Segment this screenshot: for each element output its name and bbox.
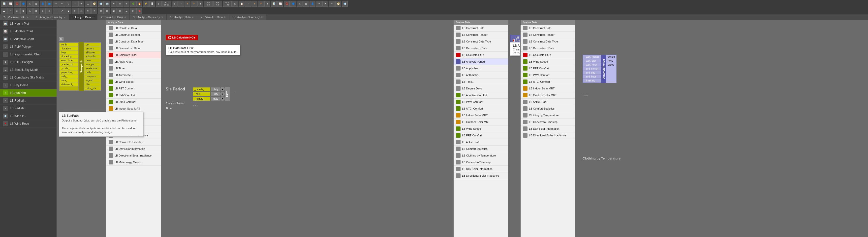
- comp-day-solar[interactable]: LB Day Solar Information: [106, 146, 161, 152]
- sunpath-input-statement[interactable]: statement_: [60, 82, 79, 86]
- ra-input-timestep[interactable]: _timestep_: [583, 79, 601, 83]
- tab-2[interactable]: :: Analyze Data +: [69, 15, 97, 20]
- tab-1[interactable]: 3 :: Analyze Geometry ×: [32, 15, 69, 20]
- toolbar-icon-18[interactable]: ☂: [111, 1, 117, 7]
- sidebar-item-monthly-chart[interactable]: 📈 LB Monthly Chart: [0, 28, 57, 35]
- toolbar-icon-28[interactable]: →: [178, 1, 184, 7]
- toolbar-icon-41[interactable]: 📊: [271, 1, 277, 7]
- comp-pet-comfort[interactable]: LB PET Comfort: [106, 85, 161, 92]
- data-icon[interactable]: 10 0000 00: [162, 1, 171, 7]
- sunpath-out-out[interactable]: out: [84, 43, 101, 47]
- toolbar2-18[interactable]: ▣: [111, 8, 117, 14]
- sunpath-out-title[interactable]: title: [84, 82, 101, 86]
- comp-construct-header[interactable]: LB Construct Header: [106, 31, 161, 38]
- comp3-utci[interactable]: LB UTCI Comfort: [521, 79, 575, 85]
- tab-5[interactable]: 1 :: Analyze Data ×: [167, 15, 197, 20]
- comp-construct-datatype[interactable]: LB Construct Data Type: [106, 38, 161, 45]
- comp3-construct-data[interactable]: LB Construct Data: [521, 25, 575, 31]
- toolbar-icon-16[interactable]: 💨: [98, 1, 104, 7]
- comp3-day[interactable]: LB Day Solar Information: [521, 126, 575, 132]
- sunpath-out-compass[interactable]: compass: [84, 75, 101, 79]
- comp3-indoor[interactable]: LB Indoor Solar MRT: [521, 85, 575, 92]
- toolbar-icon-17[interactable]: 🏢: [104, 1, 110, 7]
- comp2-day-solar[interactable]: LB Day Solar Information: [454, 166, 508, 173]
- sunpath-out-analemma[interactable]: analemma: [84, 67, 101, 71]
- comp2-comfort-stats[interactable]: LB Comfort Statistics: [454, 146, 508, 152]
- sunpath-input-location[interactable]: _location: [60, 47, 79, 51]
- tab-1-close[interactable]: ×: [64, 16, 65, 19]
- toolbar-icon-47[interactable]: 👤: [310, 1, 315, 7]
- comp2-calculate-hoy[interactable]: LB Calculate HOY: [454, 52, 508, 58]
- sidebar-item-wind-rose[interactable]: 🌹 LB Wind Rose: [0, 120, 57, 128]
- comp3-header[interactable]: LB Construct Header: [521, 31, 575, 38]
- comp-construct-data[interactable]: LB Construct Data: [106, 25, 161, 31]
- mdy-month-value[interactable]: hoy: [211, 87, 220, 91]
- comp2-pmv[interactable]: LB PMV Comfort: [454, 99, 508, 105]
- toolbar-icon-20[interactable]: ❄: [124, 1, 129, 7]
- toolbar-icon-8[interactable]: 👥: [46, 1, 52, 7]
- sunpath-out-vectors[interactable]: vectors: [84, 47, 101, 51]
- toolbar2-1[interactable]: ▬: [1, 8, 7, 14]
- toolbar-icon-51[interactable]: 🧭: [335, 1, 341, 7]
- sidebar-item-cumulative-sky[interactable]: 🌥 LB Cumulative Sky Matrix: [0, 74, 57, 81]
- toolbar-icon-39[interactable]: 🏃: [258, 1, 264, 7]
- toolbar-icon-34[interactable]: 010100: [223, 1, 231, 7]
- toolbar-icon-9[interactable]: 〜: [53, 1, 59, 7]
- toolbar-icon-52[interactable]: 💨: [342, 1, 348, 7]
- toolbar2-22[interactable]: 🔖: [136, 8, 142, 14]
- toolbar-icon-32[interactable]: B₈BB 2: [204, 1, 213, 7]
- comp-deconstruct[interactable]: LB Deconstruct Data: [106, 45, 161, 52]
- ra-input-end-month[interactable]: _end_month_: [583, 67, 601, 71]
- toolbar-icon-48[interactable]: 〜: [316, 1, 322, 7]
- mdy-month-btn[interactable]: ▶: [220, 87, 225, 91]
- comp-indoor-solar[interactable]: LB Indoor Solar MRT: [106, 105, 161, 112]
- comp3-outdoor[interactable]: LB Outdoor Solar MRT: [521, 92, 575, 99]
- toolbar-icon-11[interactable]: ⊙: [65, 1, 71, 7]
- sunpath-out-legend[interactable]: legend: [84, 79, 101, 82]
- toolbar2-7[interactable]: ◈: [40, 8, 45, 14]
- comp2-dir-solar[interactable]: LB Directional Solar Irradiance: [454, 173, 508, 179]
- comp2-construct-data[interactable]: LB Construct Data: [454, 25, 508, 31]
- comp3-ankle[interactable]: LB Ankle Draft: [521, 99, 575, 105]
- toolbar2-15[interactable]: ≡: [91, 8, 97, 14]
- toolbar-icon-44[interactable]: 🔵: [290, 1, 296, 7]
- tab-6[interactable]: 2 :: Visualize Data ×: [197, 15, 229, 20]
- comp2-wind-speed[interactable]: LB Wind Speed: [454, 126, 508, 132]
- comp-utci-comfort[interactable]: LB UTCI Comfort: [106, 99, 161, 105]
- toolbar-icon-36[interactable]: 📋: [239, 1, 245, 7]
- toolbar2-4[interactable]: ✿: [20, 8, 26, 14]
- sidebar-item-wind-p[interactable]: 💨 LB Wind P...: [0, 112, 57, 120]
- tab-7[interactable]: 3 :: Analyze Geometry ×: [229, 15, 266, 20]
- sunpath-input-scale[interactable]: _scale_: [60, 67, 79, 71]
- sunpath-input-projection[interactable]: projection_: [60, 71, 79, 75]
- comp3-datatype[interactable]: LB Construct Data Type: [521, 38, 575, 45]
- toolbar2-21[interactable]: 🏷: [130, 8, 136, 14]
- toolbar2-14[interactable]: ≋: [85, 8, 91, 14]
- tab-6-close[interactable]: ×: [224, 16, 226, 19]
- tab-5-close[interactable]: ×: [192, 16, 194, 19]
- comp3-dir[interactable]: LB Directional Solar Irradiance: [521, 132, 575, 139]
- sunpath-out-hoys[interactable]: hoys: [84, 59, 101, 62]
- sidebar-item-psychrometric[interactable]: 〰 LB Psychrometric Chart: [0, 51, 57, 58]
- mdy-day-btn[interactable]: ▶: [220, 92, 225, 96]
- tab-7-close[interactable]: ×: [261, 16, 262, 19]
- toolbar-icon-4[interactable]: 🔵: [20, 1, 26, 7]
- sunpath-input-daily[interactable]: daily_: [60, 75, 79, 79]
- mdy-minute-btn[interactable]: ▶: [220, 97, 225, 101]
- toolbar-icon-2[interactable]: 📈: [7, 1, 13, 7]
- mdy-minute-value[interactable]: date: [211, 97, 220, 101]
- ra-input-end-day[interactable]: _end_day_: [583, 71, 601, 75]
- toolbar-icon-13[interactable]: ☀: [79, 1, 84, 7]
- toolbar-icon-25[interactable]: ▲: [156, 1, 162, 7]
- toolbar-icon-14[interactable]: ☁: [85, 1, 91, 7]
- comp-directional-solar[interactable]: LB Directional Solar Irradiance: [106, 152, 161, 159]
- toolbar2-6[interactable]: ▦: [33, 8, 39, 14]
- comp3-wind-speed[interactable]: LB Wind Speed: [521, 58, 575, 65]
- toolbar-icon-37[interactable]: →: [245, 1, 251, 7]
- comp2-outdoor-solar[interactable]: LB Outdoor Solar MRT: [454, 119, 508, 126]
- toolbar-icon-24[interactable]: █: [149, 1, 155, 7]
- sunpath-out-azimuths[interactable]: azimuths: [84, 55, 101, 59]
- comp3-pet[interactable]: LB PET Comfort: [521, 65, 575, 72]
- toolbar-icon-19[interactable]: ❀: [117, 1, 123, 7]
- comp-calculate-hoy[interactable]: LB Calculate HOY: [106, 52, 161, 58]
